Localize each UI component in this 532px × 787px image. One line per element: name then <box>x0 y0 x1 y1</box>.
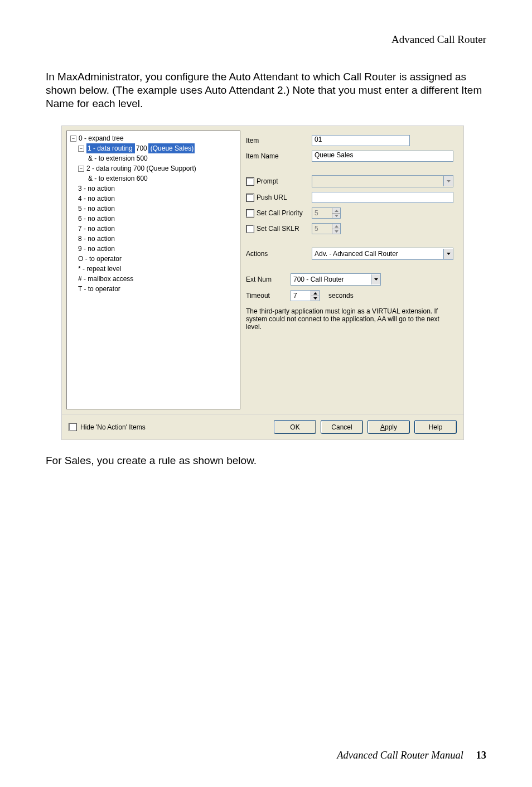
chevron-down-icon[interactable] <box>371 274 380 284</box>
menu-tree[interactable]: − 0 - expand tree − 1 - data routing 700… <box>66 131 240 409</box>
tree-node-mailbox[interactable]: # - mailbox access <box>68 274 239 284</box>
cancel-button[interactable]: Cancel <box>321 420 363 434</box>
tree-node-9[interactable]: 9 - no action <box>68 244 239 254</box>
actions-label: Actions <box>246 250 312 258</box>
tree-node-8[interactable]: 8 - no action <box>68 234 239 244</box>
seconds-label: seconds <box>328 292 354 300</box>
prompt-checkbox[interactable] <box>246 177 254 186</box>
page-header: Advanced Call Router <box>46 33 486 46</box>
call-sklr-spinner: 5 <box>312 223 341 234</box>
apply-button[interactable]: Apply <box>367 420 410 434</box>
timeout-spinner[interactable]: 7 <box>291 290 320 301</box>
item-field: 01 <box>312 135 410 146</box>
tree-node-3[interactable]: 3 - no action <box>68 184 239 194</box>
spinner-up-icon <box>332 208 340 214</box>
collapse-icon[interactable]: − <box>78 166 84 172</box>
push-url-checkbox[interactable] <box>246 194 254 202</box>
intro-paragraph: In MaxAdministrator, you configure the A… <box>46 70 486 110</box>
ext-num-combo[interactable]: 700 - Call Router <box>291 273 381 286</box>
spinner-down-icon <box>332 214 340 219</box>
tree-node-2[interactable]: − 2 - data routing 700 (Queue Support) <box>68 163 239 173</box>
post-paragraph: For Sales, you create a rule as shown be… <box>46 455 486 467</box>
tree-node-operator[interactable]: O - to operator <box>68 254 239 264</box>
spinner-up-icon <box>332 224 340 229</box>
chevron-down-icon <box>443 176 453 186</box>
hide-no-action-label: Hide 'No Action' Items <box>80 423 146 431</box>
spinner-down-icon[interactable] <box>311 296 319 301</box>
tree-node-0[interactable]: − 0 - expand tree <box>68 133 239 143</box>
chevron-down-icon[interactable] <box>443 249 453 259</box>
actions-combo[interactable]: Adv. - Advanced Call Router <box>312 248 453 260</box>
tree-node-t[interactable]: T - to operator <box>68 284 239 294</box>
item-label: Item <box>246 137 312 144</box>
spinner-down-icon <box>332 229 340 234</box>
spinner-up-icon[interactable] <box>311 291 319 296</box>
ext-num-label: Ext Num <box>246 276 291 283</box>
tree-node-7[interactable]: 7 - no action <box>68 224 239 234</box>
ok-button[interactable]: OK <box>274 420 316 434</box>
help-button[interactable]: Help <box>414 420 457 434</box>
set-call-priority-checkbox[interactable] <box>246 209 254 218</box>
collapse-icon[interactable]: − <box>78 146 84 152</box>
set-call-sklr-label: Set Call SKLR <box>257 225 299 233</box>
prompt-combo <box>312 175 453 187</box>
hide-no-action-checkbox[interactable] <box>69 423 77 431</box>
tree-node-5[interactable]: 5 - no action <box>68 204 239 214</box>
tree-node-2-child[interactable]: & - to extension 600 <box>68 173 239 184</box>
set-call-sklr-checkbox[interactable] <box>246 225 254 233</box>
item-name-field[interactable]: Queue Sales <box>312 151 453 162</box>
tree-node-1[interactable]: − 1 - data routing 700 (Queue Sales) <box>68 143 239 153</box>
set-call-priority-label: Set Call Priority <box>257 209 303 217</box>
tree-node-4[interactable]: 4 - no action <box>68 194 239 204</box>
tree-node-1-child[interactable]: & - to extension 500 <box>68 153 239 163</box>
item-form: Item 01 Item Name Queue Sales Prompt <box>240 131 459 409</box>
push-url-label: Push URL <box>257 194 287 201</box>
prompt-label: Prompt <box>257 177 278 185</box>
collapse-icon[interactable]: − <box>70 136 76 142</box>
push-url-field[interactable] <box>312 192 453 203</box>
item-name-label: Item Name <box>246 152 312 160</box>
page-footer: Advanced Call Router Manual 13 <box>337 750 486 761</box>
tree-node-6[interactable]: 6 - no action <box>68 214 239 224</box>
call-priority-spinner: 5 <box>312 207 341 219</box>
auto-attendant-dialog: − 0 - expand tree − 1 - data routing 700… <box>61 125 464 440</box>
help-text: The third-party application must login a… <box>246 308 453 331</box>
tree-node-repeat[interactable]: * - repeat level <box>68 264 239 274</box>
tree-selected-item[interactable]: 1 - data routing 700 (Queue Sales) <box>86 143 195 153</box>
timeout-label: Timeout <box>246 292 291 300</box>
